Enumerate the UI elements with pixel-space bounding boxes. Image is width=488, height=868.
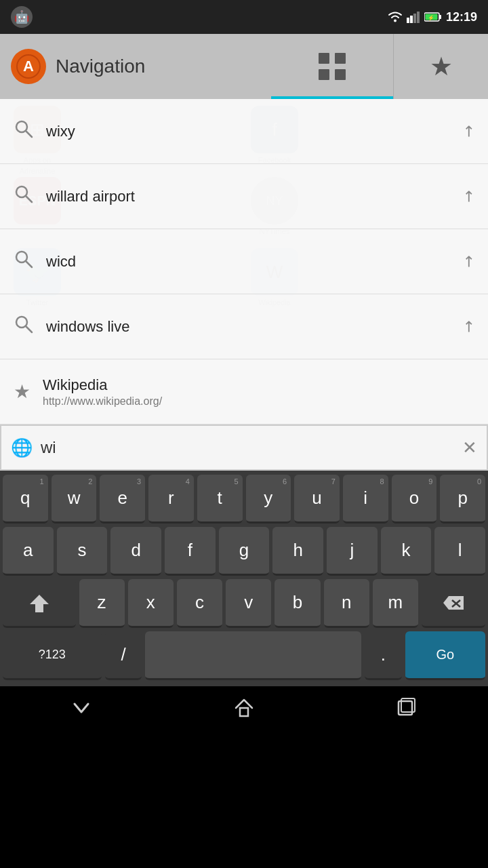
home-button[interactable]	[220, 690, 268, 730]
key-shift[interactable]	[3, 579, 76, 628]
search-input-bar: 🌐 ✕	[0, 425, 488, 471]
key-p[interactable]: 0p	[440, 475, 485, 524]
app-title: Navigation	[56, 56, 145, 77]
suggestion-main-windows-live: windows live	[46, 318, 450, 336]
key-o-number: 9	[428, 477, 432, 486]
suggestion-text-willard: willard airport	[46, 188, 450, 205]
key-y[interactable]: 6y	[246, 475, 291, 524]
key-h[interactable]: h	[272, 527, 323, 576]
key-e[interactable]: 3e	[100, 475, 145, 524]
navigation-bar	[0, 686, 488, 734]
suggestion-willard[interactable]: willard airport ↗	[0, 164, 488, 229]
wifi-icon	[388, 11, 403, 23]
back-button[interactable]	[57, 690, 106, 730]
key-m[interactable]: m	[373, 579, 418, 628]
key-c[interactable]: c	[177, 579, 222, 628]
key-u[interactable]: 7u	[294, 475, 340, 524]
key-i[interactable]: 8i	[343, 475, 388, 524]
svg-text:A: A	[23, 58, 34, 75]
search-icon-windows-live	[14, 314, 34, 339]
grid-tab[interactable]	[271, 34, 393, 99]
suggestion-sub-wikipedia: http://www.wikipedia.org/	[43, 395, 474, 408]
key-v[interactable]: v	[226, 579, 271, 628]
svg-line-23	[26, 326, 32, 332]
svg-rect-2	[410, 16, 413, 23]
key-slash[interactable]: /	[105, 631, 142, 680]
key-g[interactable]: g	[219, 527, 270, 576]
suggestion-wicd[interactable]: wicd ↗	[0, 229, 488, 294]
svg-rect-1	[407, 18, 409, 23]
svg-rect-15	[335, 69, 346, 80]
app-bar-left: A Navigation	[0, 34, 271, 99]
key-go[interactable]: Go	[405, 631, 485, 680]
key-w-number: 2	[88, 477, 92, 486]
suggestion-text-wixy: wixy	[46, 123, 450, 140]
svg-marker-26	[443, 596, 464, 610]
suggestion-text-wicd: wicd	[46, 253, 450, 271]
svg-rect-29	[240, 708, 248, 716]
status-icons: ⚡ 12:19	[388, 10, 477, 24]
status-bar: 🤖 ⚡ 12:19	[0, 0, 488, 34]
key-r[interactable]: 4r	[148, 475, 194, 524]
key-o[interactable]: 9o	[392, 475, 437, 524]
key-d[interactable]: d	[110, 527, 161, 576]
svg-marker-24	[30, 595, 49, 611]
key-q[interactable]: 1q	[3, 475, 48, 524]
key-n[interactable]: n	[324, 579, 369, 628]
key-backspace[interactable]	[422, 579, 485, 628]
key-b[interactable]: b	[274, 579, 320, 628]
app-logo: A	[11, 49, 46, 84]
suggestion-wixy[interactable]: wixy ↗	[0, 99, 488, 164]
key-q-number: 1	[40, 477, 44, 486]
key-a[interactable]: a	[3, 527, 54, 576]
battery-icon: ⚡	[424, 12, 442, 22]
key-space[interactable]	[145, 631, 361, 680]
keyboard-row-3: z x c v b n m	[3, 579, 485, 628]
key-z[interactable]: z	[79, 579, 125, 628]
search-input[interactable]	[41, 438, 454, 457]
favorites-tab[interactable]: ★	[393, 34, 488, 99]
svg-line-17	[26, 131, 32, 137]
globe-icon: 🌐	[11, 437, 33, 458]
suggestion-wikipedia[interactable]: ★ Wikipedia http://www.wikipedia.org/	[0, 359, 488, 425]
clear-button[interactable]: ✕	[462, 437, 477, 458]
suggestion-main-wixy: wixy	[46, 123, 450, 140]
key-j[interactable]: j	[327, 527, 378, 576]
key-i-number: 8	[380, 477, 384, 486]
suggestion-text-windows-live: windows live	[46, 318, 450, 336]
key-r-number: 4	[186, 477, 190, 486]
suggestion-text-wikipedia: Wikipedia http://www.wikipedia.org/	[43, 376, 474, 408]
key-f[interactable]: f	[165, 527, 216, 576]
key-x[interactable]: x	[128, 579, 174, 628]
arrow-icon-wixy: ↗	[458, 121, 479, 142]
key-num-switch[interactable]: ?123	[3, 631, 102, 680]
svg-rect-25	[35, 610, 43, 612]
key-k[interactable]: k	[381, 527, 432, 576]
key-l[interactable]: l	[434, 527, 485, 576]
grid-button[interactable]	[271, 34, 393, 99]
key-t-number: 5	[234, 477, 238, 486]
android-icon: 🤖	[11, 6, 33, 28]
keyboard-row-1: 1q 2w 3e 4r 5t 6y 7u 8i 9o 0p	[3, 475, 485, 524]
grid-icon	[317, 52, 347, 81]
svg-line-19	[26, 196, 32, 202]
key-e-number: 3	[137, 477, 141, 486]
svg-rect-12	[319, 53, 329, 64]
arrow-icon-wicd: ↗	[458, 251, 479, 272]
star-button[interactable]: ★	[430, 52, 453, 81]
key-p-number: 0	[477, 477, 481, 486]
key-w[interactable]: 2w	[52, 475, 97, 524]
svg-rect-14	[319, 69, 329, 80]
keyboard-row-2: a s d f g h j k l	[3, 527, 485, 576]
suggestion-main-wicd: wicd	[46, 253, 450, 271]
recents-button[interactable]	[382, 690, 431, 730]
svg-rect-3	[413, 14, 416, 23]
key-period[interactable]: .	[365, 631, 402, 680]
keyboard: 1q 2w 3e 4r 5t 6y 7u 8i 9o 0p a s d f g …	[0, 471, 488, 686]
svg-text:⚡: ⚡	[428, 14, 434, 21]
key-t[interactable]: 5t	[197, 475, 243, 524]
key-s[interactable]: s	[57, 527, 108, 576]
suggestions-area: ⊞ Apps onAdrenaline f Facebook ESPN NY N…	[0, 99, 488, 425]
suggestion-windows-live[interactable]: windows live ↗	[0, 294, 488, 359]
search-icon-wicd	[14, 249, 34, 274]
